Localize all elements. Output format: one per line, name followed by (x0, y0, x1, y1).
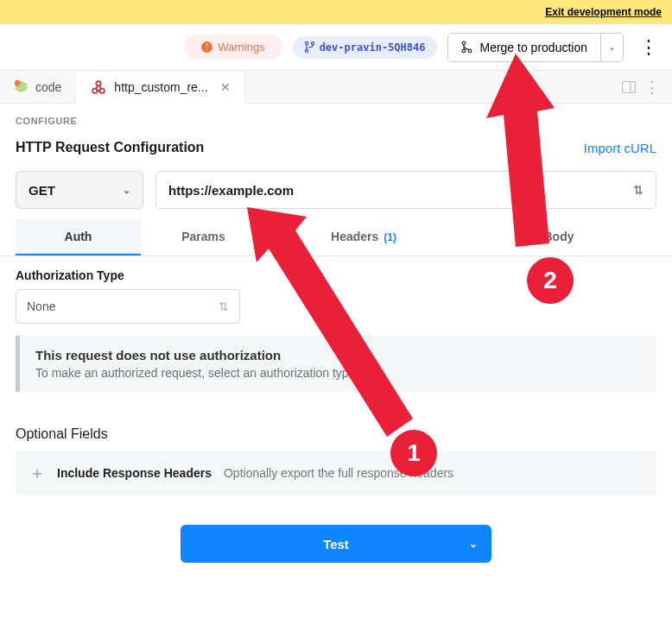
test-button-wrap: Test ⌄ (0, 495, 672, 573)
auth-type-value: None (27, 300, 55, 313)
svg-point-0 (305, 41, 307, 44)
exit-dev-mode-link[interactable]: Exit development mode (545, 6, 662, 18)
annotation-marker-1-label: 1 (407, 439, 421, 467)
branch-icon (305, 41, 314, 53)
subtab-auth[interactable]: Auth (16, 219, 141, 255)
svg-point-10 (97, 81, 101, 85)
auth-type-select[interactable]: None ⇅ (16, 289, 240, 324)
tab-code[interactable]: code (0, 71, 76, 103)
test-label: Test (323, 537, 349, 552)
import-curl-link[interactable]: Import cURL (584, 141, 656, 155)
warnings-badge[interactable]: ! Warnings (184, 35, 282, 60)
http-method-select[interactable]: GET ⌄ (16, 171, 143, 209)
branch-name: dev-pravin-5QH846 (320, 41, 426, 54)
merge-button-group: Merge to production ⌄ (447, 33, 624, 62)
optional-fields-heading: Optional Fields (0, 413, 672, 451)
merge-dropdown-button[interactable]: ⌄ (601, 33, 624, 62)
tab-kebab-menu[interactable]: ⋮ (644, 78, 660, 97)
headers-count-badge: (1) (384, 231, 396, 243)
svg-point-1 (311, 41, 314, 44)
svg-point-3 (463, 41, 466, 45)
select-updown-icon: ⇅ (633, 183, 643, 197)
tabs-actions: ⋮ (622, 71, 672, 103)
webhook-icon (90, 79, 107, 96)
merge-icon (461, 41, 472, 54)
annotation-marker-1: 1 (390, 430, 437, 476)
subtab-params[interactable]: Params (141, 219, 266, 255)
request-subtabs: Auth Params Headers (1) Body (0, 219, 672, 256)
warning-icon: ! (201, 41, 212, 53)
select-updown-icon: ⇅ (219, 300, 229, 313)
request-line: GET ⌄ https://example.com ⇅ (16, 171, 656, 209)
test-button[interactable]: Test ⌄ (181, 525, 491, 563)
chevron-down-icon: ⌄ (123, 185, 130, 196)
http-config-title: HTTP Request Configuration (16, 140, 204, 155)
warnings-label: Warnings (218, 41, 264, 54)
merge-label: Merge to production (479, 41, 587, 54)
include-headers-label: Include Response Headers (57, 466, 212, 480)
tab-http-label: http_custom_re... (114, 80, 207, 94)
step-content: CONFIGURE HTTP Request Configuration Imp… (0, 104, 672, 573)
merge-to-production-button[interactable]: Merge to production (447, 33, 601, 62)
auth-info-title: This request does not use authorization (35, 348, 641, 363)
top-toolbar: ! Warnings dev-pravin-5QH846 Merge to pr… (0, 24, 672, 71)
auth-info-desc: To make an authorized request, select an… (35, 366, 641, 380)
panel-layout-icon[interactable] (622, 81, 636, 93)
svg-rect-11 (623, 81, 636, 92)
svg-point-7 (15, 80, 21, 86)
plus-icon: ＋ (29, 463, 45, 483)
kebab-menu-button[interactable]: ⋮ (634, 36, 663, 59)
branch-badge[interactable]: dev-pravin-5QH846 (293, 36, 438, 59)
dev-mode-banner: Exit development mode (0, 0, 672, 24)
svg-point-4 (463, 49, 466, 53)
auth-info-box: This request does not use authorization … (16, 336, 656, 392)
subtab-headers-label: Headers (331, 230, 378, 243)
http-method-value: GET (29, 183, 55, 198)
tab-http-custom-request[interactable]: http_custom_re... ✕ (76, 71, 244, 104)
chevron-down-icon: ⌄ (469, 538, 478, 550)
close-icon[interactable]: ✕ (220, 80, 231, 94)
url-input[interactable]: https://example.com ⇅ (155, 171, 656, 209)
subtab-body[interactable]: Body (461, 219, 656, 255)
annotation-marker-2: 2 (527, 257, 574, 304)
subtab-headers[interactable]: Headers (1) (266, 219, 461, 255)
url-value: https://example.com (168, 183, 294, 198)
svg-point-2 (305, 49, 307, 52)
tab-code-label: code (35, 80, 61, 94)
annotation-marker-2-label: 2 (543, 267, 557, 294)
chevron-down-icon: ⌄ (608, 41, 616, 53)
nodejs-icon (14, 79, 29, 94)
workflow-tabs: code http_custom_re... ✕ ⋮ (0, 71, 672, 104)
include-response-headers-row[interactable]: ＋ Include Response Headers Optionally ex… (16, 451, 656, 495)
configure-section-label: CONFIGURE (0, 104, 672, 131)
